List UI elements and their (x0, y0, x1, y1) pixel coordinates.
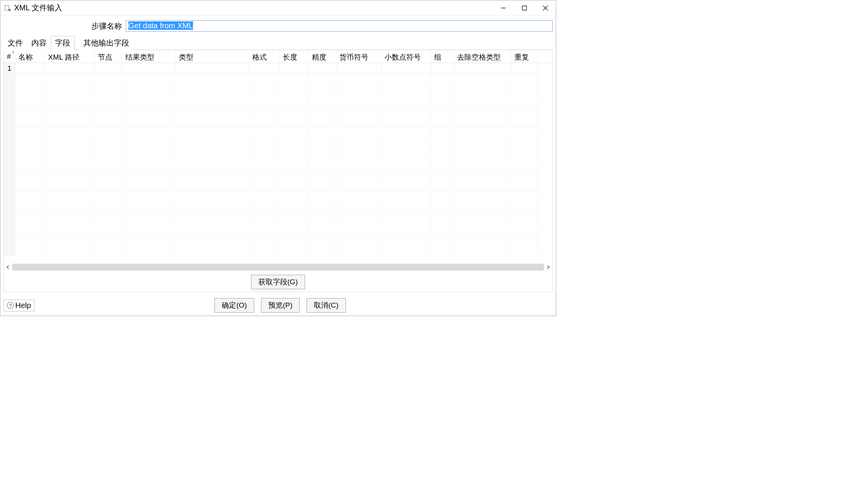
cell-trim-type[interactable] (454, 63, 511, 74)
tab-content[interactable]: 内容 (27, 36, 51, 50)
bottom-bar: ? Help 确定(O) 预览(P) 取消(C) (0, 295, 556, 316)
cell-format[interactable] (249, 63, 280, 74)
tab-fields[interactable]: 字段 (51, 36, 75, 50)
horizontal-scrollbar[interactable] (4, 263, 552, 271)
cell-type[interactable] (176, 63, 249, 74)
cell-rownum[interactable]: 1 (4, 63, 15, 74)
maximize-button[interactable] (514, 0, 535, 16)
col-result-type[interactable]: 结果类型 (122, 50, 176, 63)
table-row-empty[interactable] (4, 245, 552, 256)
close-button[interactable] (535, 0, 556, 16)
scroll-left-icon[interactable] (4, 263, 12, 271)
table-row-empty[interactable] (4, 117, 552, 127)
col-type[interactable]: 类型 (176, 50, 249, 63)
scroll-track[interactable] (12, 264, 544, 271)
app-icon (4, 5, 11, 11)
action-buttons: 确定(O) 预览(P) 取消(C) (34, 298, 526, 313)
help-icon: ? (7, 302, 14, 309)
col-name[interactable]: 名称 (15, 50, 45, 63)
titlebar: XML 文件输入 (0, 0, 556, 16)
preview-button[interactable]: 预览(P) (261, 298, 300, 313)
table-row-empty[interactable] (4, 106, 552, 117)
grid-body: 1 (4, 63, 552, 263)
table-row-empty[interactable] (4, 170, 552, 181)
help-label: Help (15, 301, 31, 310)
grid-header: # 名称 XML 路径 节点 结果类型 类型 格式 长度 精度 货币符号 小数点… (4, 50, 552, 63)
get-fields-row: 获取字段(G) (4, 271, 552, 292)
table-row-empty[interactable] (4, 191, 552, 202)
table-row-empty[interactable] (4, 127, 552, 138)
svg-rect-3 (522, 6, 526, 10)
step-name-label: 步骤名称 (3, 21, 126, 31)
table-row-empty[interactable] (4, 234, 552, 245)
cell-precision[interactable] (309, 63, 336, 74)
cell-length[interactable] (280, 63, 309, 74)
cell-decimal[interactable] (381, 63, 431, 74)
window-controls (493, 0, 556, 16)
col-currency[interactable]: 货币符号 (336, 50, 381, 63)
table-row-empty[interactable] (4, 213, 552, 224)
col-repeat[interactable]: 重复 (511, 50, 538, 63)
cell-name[interactable] (15, 63, 45, 74)
fields-table-area: # 名称 XML 路径 节点 结果类型 类型 格式 长度 精度 货币符号 小数点… (3, 50, 553, 292)
cell-result-type[interactable] (122, 63, 176, 74)
dialog-window: XML 文件输入 步骤名称 Get data from XML 文件 内容 字段… (0, 0, 556, 316)
table-row-empty[interactable] (4, 138, 552, 149)
step-name-row: 步骤名称 Get data from XML (3, 19, 553, 36)
col-trim-type[interactable]: 去除空格类型 (454, 50, 511, 63)
table-row-empty[interactable] (4, 84, 552, 95)
table-row-empty[interactable] (4, 149, 552, 159)
table-row-empty[interactable] (4, 224, 552, 234)
scroll-right-icon[interactable] (544, 263, 552, 271)
cell-node[interactable] (95, 63, 122, 74)
tab-file[interactable]: 文件 (3, 36, 27, 50)
cell-xml-path[interactable] (45, 63, 95, 74)
table-row[interactable]: 1 (4, 63, 552, 74)
ok-button[interactable]: 确定(O) (214, 298, 254, 313)
col-precision[interactable]: 精度 (309, 50, 336, 63)
col-length[interactable]: 长度 (280, 50, 309, 63)
fields-grid[interactable]: # 名称 XML 路径 节点 结果类型 类型 格式 长度 精度 货币符号 小数点… (4, 50, 552, 271)
table-row-empty[interactable] (4, 202, 552, 213)
col-xml-path[interactable]: XML 路径 (45, 50, 95, 63)
col-decimal[interactable]: 小数点符号 (381, 50, 431, 63)
cell-currency[interactable] (336, 63, 381, 74)
step-name-value: Get data from XML (128, 21, 193, 30)
tab-bar: 文件 内容 字段 其他输出字段 (3, 36, 553, 50)
col-group[interactable]: 组 (431, 50, 454, 63)
minimize-button[interactable] (493, 0, 514, 16)
get-fields-button[interactable]: 获取字段(G) (251, 275, 305, 289)
table-row-empty[interactable] (4, 159, 552, 170)
dialog-content: 步骤名称 Get data from XML 文件 内容 字段 其他输出字段 #… (0, 16, 556, 295)
table-row-empty[interactable] (4, 74, 552, 84)
col-node[interactable]: 节点 (95, 50, 122, 63)
table-row-empty[interactable] (4, 95, 552, 106)
help-button[interactable]: ? Help (3, 300, 34, 311)
tab-other-output[interactable]: 其他输出字段 (79, 36, 133, 50)
cell-repeat[interactable] (511, 63, 538, 74)
cancel-button[interactable]: 取消(C) (307, 298, 346, 313)
svg-rect-0 (5, 5, 9, 10)
col-num[interactable]: # (4, 50, 15, 63)
step-name-input[interactable]: Get data from XML (126, 20, 553, 32)
window-title: XML 文件输入 (14, 3, 493, 13)
cell-group[interactable] (431, 63, 454, 74)
col-format[interactable]: 格式 (249, 50, 280, 63)
table-row-empty[interactable] (4, 181, 552, 191)
